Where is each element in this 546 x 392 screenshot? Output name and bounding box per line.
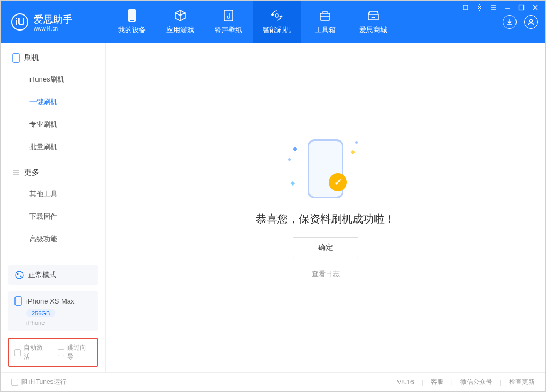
device-storage: 256GB [26,309,55,317]
svg-rect-12 [15,297,21,305]
checkbox-icon [11,379,18,386]
mode-card[interactable]: 正常模式 [8,265,98,285]
tab-ringtones-wallpapers[interactable]: 铃声壁纸 [204,1,253,43]
device-name-row: iPhone XS Max [14,296,91,306]
svg-rect-8 [13,54,19,62]
mode-icon [14,270,24,280]
tab-smart-flash[interactable]: 智能刷机 [253,1,301,43]
checkbox-label: 阻止iTunes运行 [21,378,67,387]
block-itunes-checkbox[interactable]: 阻止iTunes运行 [11,378,67,387]
footer-link-wechat[interactable]: 微信公众号 [460,378,492,387]
device-icon [14,296,22,306]
window-controls [461,3,540,12]
logo-area: iU 爱思助手 www.i4.cn [1,13,108,32]
checkbox-skip-guide[interactable]: 跳过向导 [58,343,92,361]
tab-label: 铃声壁纸 [215,25,242,35]
success-illustration: ✓ [277,137,374,201]
svg-point-7 [530,20,533,23]
sidebar-section-flash: 刷机 [1,43,105,68]
checkbox-auto-activate[interactable]: 自动激活 [14,343,48,361]
svg-rect-3 [130,20,134,21]
footer: 阻止iTunes运行 V8.16 | 客服 | 微信公众号 | 检查更新 [1,372,545,391]
device-type: iPhone [26,320,91,326]
close-icon[interactable] [531,3,540,12]
device-name: iPhone XS Max [26,297,75,305]
sidebar-item-itunes-flash[interactable]: iTunes刷机 [1,68,105,91]
sidebar-item-batch-flash[interactable]: 批量刷机 [1,136,105,158]
download-icon[interactable] [503,15,517,29]
user-icon[interactable] [524,15,538,29]
version-label: V8.16 [397,379,414,386]
expand-icon[interactable] [461,3,470,12]
phone-icon [12,53,20,63]
tab-label: 爱思商城 [359,25,387,35]
checkbox-bar: 自动激活 跳过向导 [8,338,98,367]
device-card[interactable]: iPhone XS Max 256GB iPhone [8,291,98,331]
sidebar-item-oneclick-flash[interactable]: 一键刷机 [1,91,105,113]
tab-label: 智能刷机 [263,25,291,35]
store-icon [367,9,380,22]
section-title: 刷机 [24,53,39,63]
svg-rect-2 [128,9,136,22]
ok-button[interactable]: 确定 [293,237,358,258]
maximize-icon[interactable] [517,3,526,12]
refresh-shield-icon [270,9,283,22]
music-file-icon [222,9,235,22]
sidebar-item-other-tools[interactable]: 其他工具 [1,183,105,205]
logo-icon: iU [11,13,28,31]
app-url: www.i4.cn [34,26,72,32]
list-icon [12,169,20,176]
checkbox-icon [14,349,21,356]
svg-point-9 [16,271,23,279]
tab-store[interactable]: 爱思商城 [349,1,397,43]
toolbox-icon [319,9,331,22]
checkbox-label: 自动激活 [24,343,48,361]
tab-apps-games[interactable]: 应用游戏 [156,1,204,43]
svg-rect-4 [224,10,233,21]
tab-my-device[interactable]: 我的设备 [108,1,156,43]
section-title: 更多 [24,168,39,177]
sidebar: 刷机 iTunes刷机 一键刷机 专业刷机 批量刷机 更多 其他工具 下载固件 … [1,43,106,372]
checkbox-label: 跳过向导 [67,343,91,361]
tab-toolbox[interactable]: 工具箱 [301,1,349,43]
tab-label: 应用游戏 [166,25,194,35]
sidebar-section-more: 更多 [1,158,105,183]
checkbox-icon [58,349,64,356]
theme-icon[interactable] [475,3,484,12]
footer-link-update[interactable]: 检查更新 [509,378,535,387]
svg-rect-0 [463,5,468,10]
menu-icon[interactable] [489,3,498,12]
main-content: ✓ 恭喜您，保资料刷机成功啦！ 确定 查看日志 [106,43,545,372]
footer-link-support[interactable]: 客服 [431,378,444,387]
mode-label: 正常模式 [28,270,56,280]
svg-point-11 [20,276,22,277]
sidebar-item-download-firmware[interactable]: 下载固件 [1,205,105,228]
sidebar-bottom: 正常模式 iPhone XS Max 256GB iPhone 自动激活 跳过向… [1,260,105,372]
tab-label: 我的设备 [118,25,146,35]
svg-rect-1 [519,5,524,10]
success-title: 恭喜您，保资料刷机成功啦！ [256,212,395,226]
cube-icon [174,9,187,22]
sidebar-item-advanced[interactable]: 高级功能 [1,228,105,250]
tab-label: 工具箱 [315,25,336,35]
sidebar-item-pro-flash[interactable]: 专业刷机 [1,113,105,136]
minimize-icon[interactable] [503,3,512,12]
svg-point-10 [17,273,19,275]
svg-point-5 [275,14,278,17]
footer-right: V8.16 | 客服 | 微信公众号 | 检查更新 [397,378,535,387]
check-badge-icon: ✓ [329,173,347,191]
app-header: iU 爱思助手 www.i4.cn 我的设备 应用游戏 铃声壁纸 智能刷机 工具… [1,1,545,43]
body-area: 刷机 iTunes刷机 一键刷机 专业刷机 批量刷机 更多 其他工具 下载固件 … [1,43,545,372]
svg-rect-6 [320,13,330,20]
view-log-link[interactable]: 查看日志 [312,269,340,279]
device-icon [126,9,138,22]
header-right [503,15,545,29]
nav-tabs: 我的设备 应用游戏 铃声壁纸 智能刷机 工具箱 爱思商城 [108,1,397,43]
app-name: 爱思助手 [34,13,72,26]
